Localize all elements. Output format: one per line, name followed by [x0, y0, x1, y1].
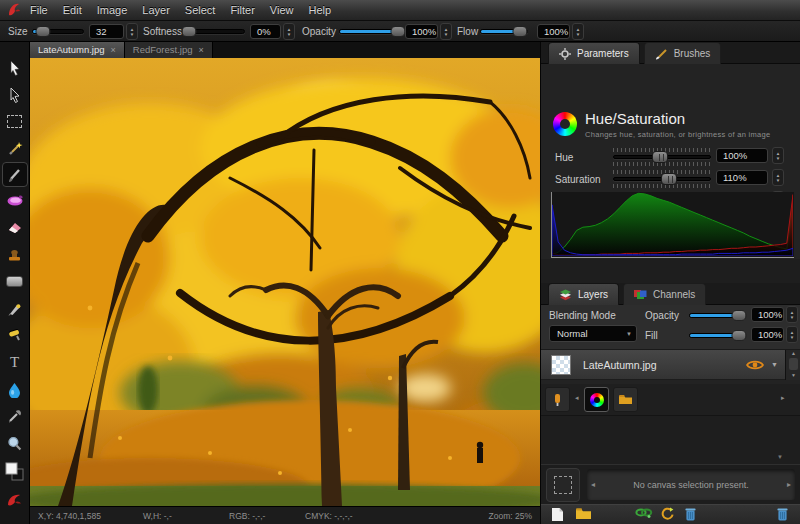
layer-opacity-value[interactable]: 100% [751, 307, 784, 322]
adjustment-subtitle: Changes hue, saturation, or brightness o… [585, 130, 771, 139]
preset-scroll-right-icon[interactable]: ▸ [781, 394, 785, 402]
tab-close-icon[interactable]: × [198, 42, 203, 58]
flow-value-field[interactable]: 100% [537, 24, 570, 39]
new-group-folder-icon[interactable] [575, 507, 592, 520]
layer-list-scrollbar[interactable]: ▲ ▼ [785, 350, 800, 380]
move-tool[interactable] [2, 54, 28, 81]
canvas-photo[interactable] [30, 58, 540, 506]
eraser-icon [7, 221, 23, 234]
direct-selection-tool[interactable] [2, 81, 28, 108]
size-stepper[interactable]: ▲▼ [126, 23, 138, 40]
layer-visibility-eye-icon[interactable] [746, 359, 764, 371]
hue-value-field[interactable]: 100% [716, 148, 768, 163]
link-layers-icon[interactable] [635, 507, 653, 519]
layer-row[interactable]: LateAutumn.jpg ▼ [541, 350, 785, 380]
layer-fill-slider[interactable] [689, 333, 745, 338]
menu-edit[interactable]: Edit [63, 4, 82, 16]
menu-view[interactable]: View [270, 4, 294, 16]
menu-file[interactable]: File [30, 4, 48, 16]
layers-stack-icon [559, 289, 572, 301]
magic-wand-tool[interactable] [2, 135, 28, 162]
flow-stepper[interactable]: ▲▼ [572, 23, 584, 40]
rgb-histogram [551, 192, 794, 258]
paint-roller-tool[interactable] [2, 322, 28, 349]
selection-tool-button[interactable] [546, 468, 580, 502]
layer-fill-stepper[interactable]: ▲▼ [786, 326, 798, 343]
menu-layer[interactable]: Layer [142, 4, 170, 16]
softness-slider[interactable] [183, 29, 245, 34]
panel-scroll-down-icon[interactable]: ▼ [777, 454, 783, 460]
clone-stamp-tool[interactable] [2, 241, 28, 268]
hue-stepper[interactable]: ▲▼ [772, 147, 784, 164]
opacity-value-field[interactable]: 100% [405, 24, 438, 39]
brush-tool[interactable] [2, 162, 28, 187]
canvas-selection-bar: ◂ No canvas selection present. ▸ [541, 464, 800, 504]
marquee-selection-tool[interactable] [2, 108, 28, 135]
pen-tool[interactable] [2, 295, 28, 322]
tab-brushes[interactable]: Brushes [644, 42, 722, 64]
move-cursor-icon [8, 60, 22, 76]
hue-saturation-wheel-icon [553, 112, 577, 136]
tab-channels[interactable]: Channels [623, 283, 706, 305]
tab-layers[interactable]: Layers [548, 283, 619, 305]
opacity-stepper[interactable]: ▲▼ [440, 23, 452, 40]
softness-label: Softness [143, 26, 182, 37]
layer-thumbnail[interactable] [551, 355, 571, 375]
type-tool[interactable]: T [2, 349, 28, 376]
menu-filter[interactable]: Filter [230, 4, 254, 16]
layer-opacity-label: Opacity [645, 310, 679, 321]
saturation-slider[interactable] [613, 170, 711, 188]
shape-tool[interactable] [2, 268, 28, 295]
softness-value-field[interactable]: 0% [250, 24, 281, 39]
delete-layer-trash-icon[interactable] [685, 507, 696, 521]
status-rgb: RGB: -,-,- [229, 511, 265, 521]
smudge-icon [6, 194, 24, 208]
hue-slider[interactable] [613, 148, 711, 166]
menu-select[interactable]: Select [185, 4, 216, 16]
layer-fill-value[interactable]: 100% [751, 327, 784, 342]
menu-image[interactable]: Image [97, 4, 128, 16]
selection-next-icon[interactable]: ▸ [783, 480, 795, 489]
saturation-stepper[interactable]: ▲▼ [772, 169, 784, 186]
color-wheel-icon [590, 393, 604, 407]
color-swatches[interactable] [2, 457, 28, 487]
panel-action-bar [541, 504, 800, 524]
layer-opacity-stepper[interactable]: ▲▼ [786, 306, 798, 323]
tab-label: LateAutumn.jpg [38, 42, 105, 58]
menu-help[interactable]: Help [309, 4, 332, 16]
tab-parameters[interactable]: Parameters [548, 42, 640, 64]
tab-close-icon[interactable]: × [111, 42, 116, 58]
layer-expand-arrow-icon[interactable]: ▼ [771, 361, 778, 368]
empty-trash-icon[interactable] [777, 507, 788, 521]
autumn-forest-image [30, 58, 540, 506]
type-icon: T [10, 354, 19, 371]
new-layer-icon[interactable] [551, 507, 564, 522]
refresh-icon[interactable] [661, 507, 675, 521]
size-value-field[interactable]: 32 [89, 24, 124, 39]
tool-options-bar: Size 32 ▲▼ Softness 0% ▲▼ Opacity 100% ▲… [0, 21, 800, 42]
eraser-tool[interactable] [2, 214, 28, 241]
paint-roller-icon [7, 328, 23, 343]
preset-scroll-left-icon[interactable]: ◂ [575, 394, 579, 402]
softness-stepper[interactable]: ▲▼ [283, 23, 295, 40]
zoom-tool[interactable] [2, 430, 28, 457]
blend-mode-select[interactable]: Normal ▼ [549, 325, 637, 342]
opacity-slider[interactable] [339, 29, 401, 34]
selection-prev-icon[interactable]: ◂ [587, 480, 599, 489]
tab-redforest[interactable]: RedForest.jpg × [125, 42, 213, 58]
preset-colorwheel-button[interactable] [584, 387, 609, 412]
flow-label: Flow [457, 26, 478, 37]
app-logo-tool [2, 487, 28, 514]
smudge-tool[interactable] [2, 187, 28, 214]
preset-brush-button[interactable] [545, 387, 570, 412]
layer-opacity-slider[interactable] [689, 313, 745, 318]
document-tab-bar: LateAutumn.jpg × RedForest.jpg × [30, 42, 540, 58]
tab-lateautumn[interactable]: LateAutumn.jpg × [30, 42, 125, 58]
preset-folder-button[interactable] [613, 387, 638, 412]
saturation-value-field[interactable]: 110% [716, 170, 768, 185]
status-zoom: Zoom: 25% [489, 511, 532, 521]
flow-slider[interactable] [480, 29, 528, 34]
blur-tool[interactable] [2, 376, 28, 403]
size-slider[interactable] [32, 29, 84, 34]
eyedropper-tool[interactable] [2, 403, 28, 430]
